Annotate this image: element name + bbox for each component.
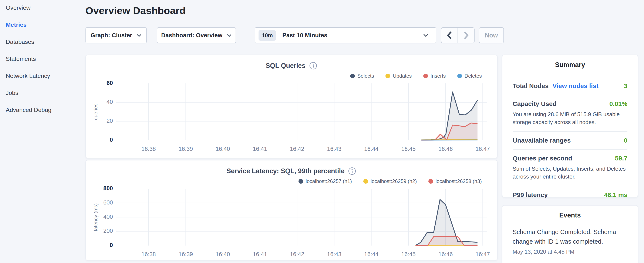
summary-row-p99-latency: P99 latency 46.1 ms [512, 186, 628, 204]
toolbar: Graph: Cluster Dashboard: Overview 10m P… [86, 27, 504, 43]
view-nodes-list-link[interactable]: View nodes list [552, 82, 598, 90]
svg-text:16:43: 16:43 [327, 251, 342, 257]
legend-label: Updates [393, 73, 412, 79]
summary-label: P99 latency [512, 191, 548, 198]
sidebar-item-databases[interactable]: Databases [6, 37, 86, 47]
chart-legend: SelectsUpdatesInsertsDeletes [350, 73, 482, 79]
svg-text:200: 200 [103, 228, 113, 234]
sidebar-item-statements[interactable]: Statements [6, 54, 86, 64]
chevron-down-icon [227, 34, 232, 37]
sidebar-item-overview[interactable]: Overview [6, 3, 86, 13]
legend-dot [423, 74, 428, 78]
legend-item[interactable]: Deletes [457, 73, 482, 79]
sidebar-item-jobs[interactable]: Jobs [6, 88, 86, 98]
svg-text:16:42: 16:42 [290, 146, 304, 152]
summary-row-queries-per-second: Queries per second 59.7 Sum of Selects, … [512, 149, 628, 186]
legend-dot [457, 74, 462, 78]
summary-panel: Summary Total Nodes View nodes list 3 Ca… [502, 55, 638, 197]
svg-text:16:40: 16:40 [216, 251, 230, 257]
legend-item[interactable]: localhost:26257 (n1) [298, 178, 352, 184]
legend-item[interactable]: Updates [386, 73, 412, 79]
summary-label: Capacity Used [512, 100, 556, 107]
legend-label: localhost:26259 (n2) [370, 178, 417, 184]
summary-label: Unavailable ranges [512, 137, 571, 144]
summary-row-capacity-used: Capacity Used 0.01% You are using 28.6 M… [512, 95, 628, 131]
legend-dot [363, 179, 368, 184]
svg-text:0: 0 [110, 242, 113, 248]
time-range-label: Past 10 Minutes [282, 32, 328, 39]
summary-label: Total Nodes [512, 82, 548, 90]
toolbar-divider [247, 27, 247, 43]
sidebar: Overview Metrics Databases Statements Ne… [0, 0, 86, 263]
dashboard-dropdown[interactable]: Dashboard: Overview [157, 27, 236, 43]
svg-text:16:44: 16:44 [364, 251, 379, 257]
svg-text:16:45: 16:45 [401, 251, 416, 257]
legend-item[interactable]: localhost:26259 (n2) [363, 178, 417, 184]
chart-legend: localhost:26257 (n1)localhost:26259 (n2)… [298, 178, 482, 184]
legend-item[interactable]: localhost:26258 (n3) [428, 178, 482, 184]
graph-scope-dropdown[interactable]: Graph: Cluster [86, 27, 147, 43]
svg-text:400: 400 [103, 214, 113, 220]
info-icon[interactable] [309, 62, 318, 70]
svg-text:16:45: 16:45 [401, 146, 416, 152]
event-timestamp: May 13, 2020 at 4:45 PM [512, 248, 628, 255]
legend-dot [298, 179, 303, 184]
chevron-down-icon [423, 34, 428, 37]
svg-text:16:43: 16:43 [327, 146, 342, 152]
svg-text:0: 0 [110, 137, 113, 143]
svg-text:16:41: 16:41 [253, 251, 267, 257]
service-latency-chart-panel: Service Latency: SQL, 99th percentile lo… [86, 160, 498, 260]
svg-text:16:38: 16:38 [142, 146, 156, 152]
chevron-down-icon [136, 34, 142, 37]
event-item[interactable]: Schema Change Completed: Schema change w… [502, 227, 638, 255]
legend-label: Selects [358, 73, 374, 79]
svg-text:16:39: 16:39 [178, 251, 193, 257]
svg-text:16:39: 16:39 [178, 146, 193, 152]
svg-text:16:46: 16:46 [438, 251, 453, 257]
summary-value: 59.7 [615, 155, 628, 162]
info-icon[interactable] [348, 167, 356, 175]
event-text: Schema Change Completed: Schema change w… [512, 227, 628, 246]
svg-text:600: 600 [103, 199, 113, 206]
svg-text:16:44: 16:44 [364, 146, 379, 152]
summary-value: 3 [624, 82, 628, 90]
graph-scope-label: Graph: Cluster [90, 32, 132, 39]
summary-row-total-nodes: Total Nodes View nodes list 3 [512, 77, 628, 95]
time-range-picker[interactable]: 10m Past 10 Minutes [255, 27, 436, 43]
page-title: Overview Dashboard [86, 5, 186, 16]
sidebar-item-network-latency[interactable]: Network Latency [6, 71, 86, 81]
sidebar-item-advanced-debug[interactable]: Advanced Debug [6, 105, 86, 115]
dashboard-label: Dashboard: Overview [161, 32, 222, 39]
now-button[interactable]: Now [479, 27, 504, 43]
svg-text:latency (ms): latency (ms) [93, 203, 98, 231]
svg-text:queries: queries [93, 103, 98, 120]
sql-queries-chart-panel: SQL Queries SelectsUpdatesInsertsDeletes… [86, 55, 498, 158]
legend-label: localhost:26257 (n1) [306, 178, 352, 184]
chevron-left-icon [447, 31, 452, 40]
legend-label: Inserts [430, 73, 446, 79]
summary-subtext: You are using 28.6 MiB of 515.9 GiB usab… [512, 110, 628, 126]
svg-text:16:41: 16:41 [253, 146, 267, 152]
summary-title: Summary [502, 61, 638, 69]
chevron-right-icon [463, 31, 469, 40]
sql-queries-chart[interactable]: 16:3816:3916:4016:4116:4216:4316:4416:45… [86, 81, 498, 153]
summary-label: Queries per second [512, 155, 572, 162]
legend-dot [428, 179, 433, 184]
sidebar-item-metrics[interactable]: Metrics [6, 20, 86, 30]
svg-text:16:47: 16:47 [476, 251, 490, 257]
summary-value: 46.1 ms [604, 191, 628, 198]
chart-title: Service Latency: SQL, 99th percentile [227, 167, 345, 175]
legend-item[interactable]: Inserts [423, 73, 446, 79]
service-latency-chart[interactable]: 16:3816:3916:4016:4116:4216:4316:4416:45… [86, 186, 498, 258]
summary-row-unavailable-ranges: Unavailable ranges 0 [512, 131, 628, 149]
previous-range-button[interactable] [442, 28, 458, 43]
svg-text:60: 60 [106, 81, 113, 86]
summary-value: 0.01% [609, 100, 628, 107]
summary-value: 0 [624, 137, 628, 144]
legend-item[interactable]: Selects [350, 73, 374, 79]
events-panel: Events Schema Change Completed: Schema c… [502, 205, 638, 263]
next-range-button[interactable] [458, 28, 474, 43]
legend-label: Deletes [464, 73, 482, 79]
chart-title: SQL Queries [266, 62, 305, 70]
svg-text:20: 20 [106, 118, 113, 124]
